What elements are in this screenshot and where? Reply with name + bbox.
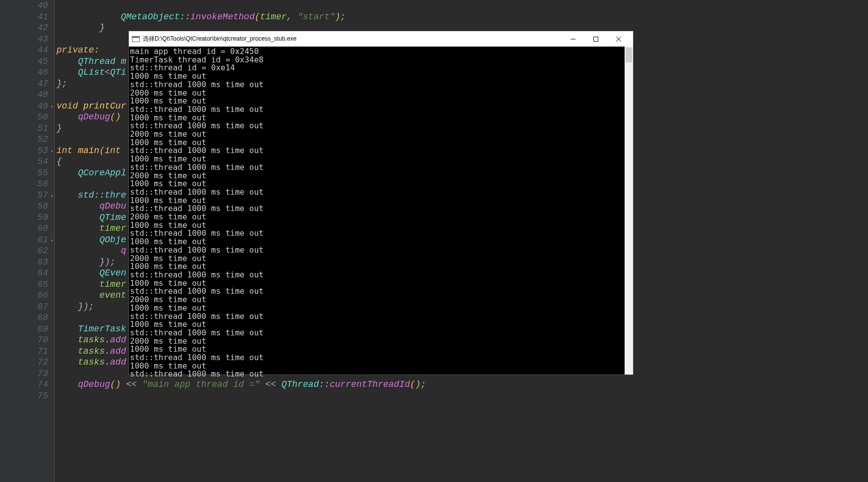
- line-number: 73: [14, 368, 48, 379]
- console-titlebar[interactable]: 选择D:\Qt\Tools\QtCreator\bin\qtcreator_pr…: [129, 31, 633, 47]
- maximize-button[interactable]: [584, 31, 607, 47]
- line-number: 50: [14, 111, 48, 123]
- fold-icon[interactable]: ▾: [50, 235, 53, 247]
- line-number: 61▾: [14, 234, 48, 246]
- line-number: 75: [14, 390, 48, 402]
- line-number: 71: [14, 346, 48, 357]
- line-number: 70: [14, 334, 48, 346]
- line-number: 68: [14, 312, 48, 323]
- line-number: 58: [14, 201, 48, 212]
- console-window-icon: [132, 35, 140, 43]
- code-line[interactable]: [57, 390, 868, 402]
- line-number: 47: [14, 78, 48, 90]
- line-number-gutter: 40414243444546474849▾50515253▾54555657▾5…: [14, 0, 55, 482]
- line-number: 44: [14, 45, 48, 56]
- line-number: 46: [14, 67, 48, 78]
- line-number: 74: [14, 379, 48, 390]
- code-line[interactable]: qDebug() << "main app thread id =" << QT…: [57, 379, 868, 390]
- console-output[interactable]: main app thread id = 0x2450 TimerTask th…: [129, 47, 625, 375]
- line-number: 45: [14, 56, 48, 67]
- editor-sidebar: [0, 0, 14, 482]
- line-number: 65: [14, 279, 48, 290]
- close-button[interactable]: [607, 31, 630, 47]
- line-number: 59: [14, 212, 48, 223]
- line-number: 48: [14, 89, 48, 101]
- fold-icon[interactable]: ▾: [50, 191, 53, 202]
- line-number: 57▾: [14, 190, 48, 201]
- line-number: 42: [14, 22, 48, 34]
- code-line[interactable]: QMetaObject::invokeMethod(timer, "start"…: [57, 11, 868, 23]
- code-line[interactable]: [57, 0, 868, 11]
- line-number: 64: [14, 268, 48, 279]
- line-number: 40: [14, 0, 48, 11]
- line-number: 51: [14, 123, 48, 134]
- line-number: 72: [14, 357, 48, 368]
- scrollbar-thumb[interactable]: [626, 48, 632, 62]
- line-number: 56: [14, 178, 48, 190]
- line-number: 55: [14, 167, 48, 179]
- svg-rect-1: [132, 36, 140, 38]
- line-number: 43: [14, 34, 48, 45]
- console-scrollbar[interactable]: [625, 47, 633, 375]
- line-number: 60: [14, 223, 48, 234]
- line-number: 69: [14, 323, 48, 335]
- line-number: 52: [14, 134, 48, 145]
- fold-icon[interactable]: ▾: [50, 102, 53, 113]
- console-title: 选择D:\Qt\Tools\QtCreator\bin\qtcreator_pr…: [143, 35, 296, 43]
- line-number: 41: [14, 11, 48, 23]
- console-window: 选择D:\Qt\Tools\QtCreator\bin\qtcreator_pr…: [128, 31, 634, 375]
- minimize-button[interactable]: [562, 31, 584, 47]
- line-number: 67: [14, 301, 48, 313]
- svg-rect-3: [594, 37, 598, 41]
- fold-icon[interactable]: ▾: [50, 146, 53, 158]
- line-number: 54: [14, 156, 48, 167]
- line-number: 66: [14, 290, 48, 301]
- line-number: 63: [14, 257, 48, 268]
- line-number: 49▾: [14, 101, 48, 112]
- line-number: 62: [14, 245, 48, 257]
- line-number: 53▾: [14, 145, 48, 157]
